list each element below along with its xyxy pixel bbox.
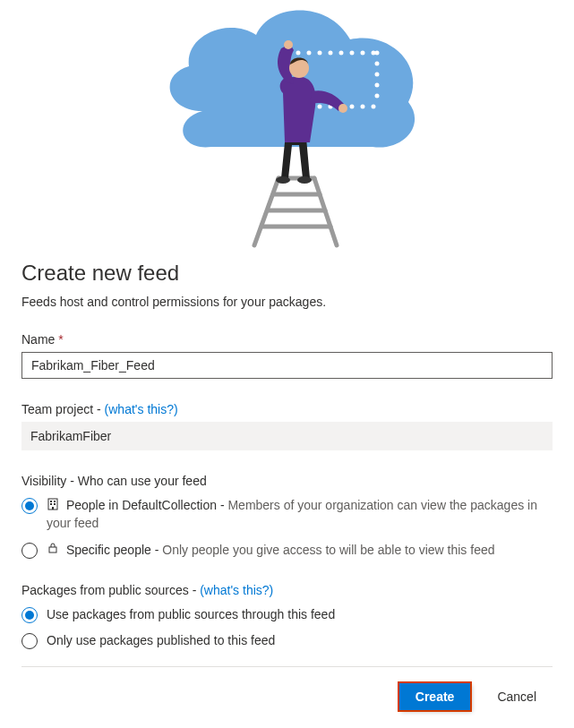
- packages-help-link[interactable]: (what's this?): [200, 583, 273, 597]
- visibility-label: Visibility - Who can use your feed: [21, 474, 553, 488]
- name-input[interactable]: [21, 352, 553, 379]
- team-project-value: FabrikamFiber: [21, 422, 553, 450]
- svg-point-13: [276, 176, 290, 184]
- organization-icon: [47, 498, 59, 516]
- svg-rect-19: [54, 503, 56, 505]
- packages-radio-public[interactable]: [21, 607, 38, 623]
- create-button[interactable]: Create: [399, 683, 471, 710]
- packages-option-public[interactable]: Use packages from public sources through…: [47, 606, 553, 624]
- visibility-option-specific[interactable]: Specific people - Only people you give a…: [47, 542, 553, 560]
- packages-section-label: Packages from public sources - (what's t…: [21, 583, 553, 597]
- svg-rect-17: [54, 501, 56, 502]
- cancel-button[interactable]: Cancel: [481, 683, 553, 710]
- name-label: Name *: [21, 332, 553, 347]
- visibility-radio-specific[interactable]: [21, 543, 38, 559]
- packages-radio-published[interactable]: [21, 633, 38, 649]
- svg-point-11: [338, 104, 347, 113]
- required-asterisk: *: [58, 332, 63, 347]
- svg-rect-16: [50, 501, 52, 502]
- team-project-help-link[interactable]: (what's this?): [105, 402, 178, 416]
- team-project-label: Team project - (what's this?): [21, 402, 553, 416]
- lock-icon: [47, 542, 59, 560]
- page-subtitle: Feeds host and control permissions for y…: [21, 295, 553, 309]
- svg-point-14: [297, 176, 312, 184]
- packages-option-published[interactable]: Only use packages published to this feed: [47, 632, 553, 650]
- cloud-illustration: [0, 0, 574, 261]
- visibility-option-collection[interactable]: People in DefaultCollection - Members of…: [47, 497, 553, 533]
- svg-point-10: [284, 40, 293, 49]
- footer-divider: [21, 666, 553, 667]
- svg-rect-20: [52, 507, 54, 510]
- svg-rect-18: [50, 503, 52, 505]
- visibility-radio-collection[interactable]: [21, 498, 38, 514]
- page-title: Create new feed: [21, 261, 553, 286]
- svg-rect-21: [49, 547, 56, 552]
